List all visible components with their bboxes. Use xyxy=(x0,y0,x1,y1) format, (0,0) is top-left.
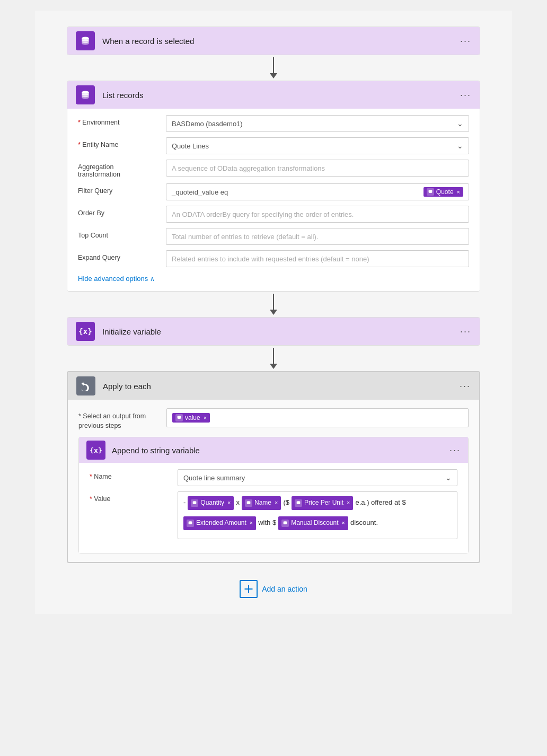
quantity-label: Quantity xyxy=(200,497,224,509)
top-count-label: Top Count xyxy=(78,228,157,239)
value-row: * Value - xyxy=(90,491,457,539)
value-label: * Value xyxy=(90,491,169,503)
value-text-dash: - xyxy=(183,496,186,508)
name-tag-close[interactable]: × xyxy=(275,498,278,508)
arrow-3 xyxy=(270,346,277,371)
value-text-dollar1: ($ xyxy=(283,496,289,508)
price-per-unit-tag: Price Per Unit × xyxy=(292,496,353,510)
value-text-discount: discount. xyxy=(350,516,378,529)
arrow-line-3 xyxy=(273,348,274,364)
order-by-row: Order By An ODATA orderBy query for spec… xyxy=(78,206,469,223)
manual-discount-tag: Manual Discount × xyxy=(278,516,348,530)
database-icon xyxy=(80,36,91,46)
append-variable-body: * Name Quote line summary ⌄ * Value xyxy=(79,463,468,553)
filter-tag-label: Quote xyxy=(436,188,454,196)
name-chevron: ⌄ xyxy=(445,473,452,482)
list-records-title: List records xyxy=(102,91,453,100)
apply-card-header: Apply to each ··· xyxy=(68,372,479,400)
environment-row: * Environment BASDemo (basdemo1) ⌄ xyxy=(78,115,469,132)
arrow-1 xyxy=(270,55,277,81)
extended-amount-icon xyxy=(187,520,194,527)
trigger-card-header: When a record is selected ··· xyxy=(67,27,480,55)
apply-icon xyxy=(76,376,95,395)
arrow-head-3 xyxy=(270,364,277,369)
append-variable-icon: {x} xyxy=(86,441,105,460)
filter-prefix: _quoteid_value eq xyxy=(172,188,228,196)
database-icon-2 xyxy=(80,90,91,100)
add-action-label: Add an action xyxy=(262,585,307,593)
name-input[interactable]: Quote line summary ⌄ xyxy=(178,469,457,486)
append-variable-card: {x} Append to string variable ··· * Name… xyxy=(78,437,469,553)
name-label: * Name xyxy=(90,469,169,480)
extended-amount-close[interactable]: × xyxy=(250,518,253,529)
value-text-x: x xyxy=(236,496,240,508)
quantity-close[interactable]: × xyxy=(227,498,231,508)
arrow-2 xyxy=(270,292,277,317)
hide-advanced-link[interactable]: Hide advanced options ∧ xyxy=(78,275,155,283)
add-action-button[interactable]: Add an action xyxy=(240,580,307,598)
filter-query-input[interactable]: _quoteid_value eq Quote × xyxy=(166,183,469,200)
entity-name-row: * Entity Name Quote Lines ⌄ xyxy=(78,137,469,154)
environment-input[interactable]: BASDemo (basdemo1) ⌄ xyxy=(166,115,469,132)
aggregation-row: Aggregation transformation A sequence of… xyxy=(78,160,469,178)
value-tag: value × xyxy=(172,413,210,423)
add-action-icon xyxy=(240,580,258,598)
aggregation-input[interactable]: A sequence of OData aggregation transfor… xyxy=(166,160,469,177)
page-container: When a record is selected ··· List recor… xyxy=(35,11,512,614)
list-records-header: List records ··· xyxy=(67,81,480,109)
list-records-card: List records ··· * Environment BASDemo (… xyxy=(67,81,480,292)
init-variable-menu[interactable]: ··· xyxy=(460,326,471,337)
value-tag-close[interactable]: × xyxy=(204,415,207,421)
filter-tag-icon xyxy=(427,188,434,196)
apply-card-menu[interactable]: ··· xyxy=(460,381,471,392)
price-per-unit-label: Price Per Unit xyxy=(304,497,343,509)
init-variable-card: {x} Initialize variable ··· xyxy=(67,317,480,346)
value-text-with: with $ xyxy=(258,516,276,529)
append-variable-header: {x} Append to string variable ··· xyxy=(79,437,468,463)
value-tag-label: value xyxy=(185,414,200,421)
manual-discount-close[interactable]: × xyxy=(342,518,345,529)
list-records-menu[interactable]: ··· xyxy=(460,90,471,101)
value-text-ea: e.a.) offered at $ xyxy=(355,496,405,508)
trigger-menu[interactable]: ··· xyxy=(460,36,471,47)
trigger-title: When a record is selected xyxy=(102,37,453,46)
entity-chevron: ⌄ xyxy=(457,142,463,150)
trigger-icon xyxy=(76,31,95,50)
init-variable-icon: {x} xyxy=(76,322,95,341)
name-tag-icon xyxy=(245,499,252,507)
chevron-up-icon: ∧ xyxy=(150,275,155,283)
quantity-tag-icon xyxy=(191,499,198,507)
price-per-unit-icon xyxy=(295,499,302,507)
refresh-icon xyxy=(81,381,91,391)
entity-name-input[interactable]: Quote Lines ⌄ xyxy=(166,137,469,154)
expand-query-row: Expand Query Related entries to include … xyxy=(78,250,469,267)
filter-tag-close[interactable]: × xyxy=(457,189,460,195)
expand-query-label: Expand Query xyxy=(78,250,157,261)
filter-query-label: Filter Query xyxy=(78,183,157,195)
filter-tag: Quote × xyxy=(424,187,463,197)
list-records-body: * Environment BASDemo (basdemo1) ⌄ * Ent… xyxy=(67,109,480,291)
top-count-input[interactable]: Total number of entries to retrieve (def… xyxy=(166,228,469,245)
order-by-label: Order By xyxy=(78,206,157,217)
name-tag: Name × xyxy=(242,496,281,510)
apply-to-each-card: Apply to each ··· * Select an output fro… xyxy=(67,371,480,563)
trigger-card: When a record is selected ··· xyxy=(67,27,480,55)
expand-query-input[interactable]: Related entries to include with requeste… xyxy=(166,250,469,267)
order-by-input[interactable]: An ODATA orderBy query for specifying th… xyxy=(166,206,469,223)
arrow-line-2 xyxy=(273,294,274,310)
name-tag-label: Name xyxy=(254,497,271,509)
select-output-row: * Select an output from previous steps v… xyxy=(78,408,469,430)
db-small-icon xyxy=(177,415,182,420)
environment-label: * Environment xyxy=(78,115,157,126)
arrow-line-1 xyxy=(273,57,274,73)
append-variable-menu[interactable]: ··· xyxy=(449,445,461,456)
value-tag-icon xyxy=(175,414,183,421)
select-output-label: * Select an output from previous steps xyxy=(78,408,158,430)
arrow-head-1 xyxy=(270,73,277,78)
price-per-unit-close[interactable]: × xyxy=(347,498,350,508)
select-output-input[interactable]: value × xyxy=(166,408,469,427)
apply-card-body: * Select an output from previous steps v… xyxy=(68,400,479,562)
db-pill-icon xyxy=(428,189,433,195)
apply-card-title: Apply to each xyxy=(103,382,452,391)
value-input[interactable]: - Quantity × xyxy=(178,491,457,539)
